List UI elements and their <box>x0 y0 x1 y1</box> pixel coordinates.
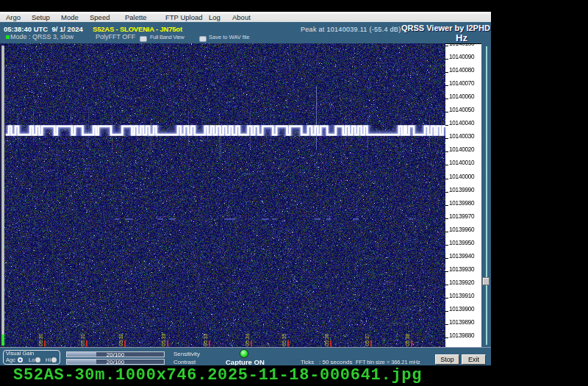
svg-text:05:38: 05:38 <box>405 333 410 346</box>
svg-text:05:30: 05:30 <box>38 333 43 346</box>
svg-text:05:37: 05:37 <box>365 333 370 346</box>
svg-text:05:34: 05:34 <box>245 333 250 346</box>
svg-text:05:33: 05:33 <box>161 333 166 346</box>
svg-text:05:31: 05:31 <box>80 333 85 346</box>
svg-text:05:32: 05:32 <box>118 333 123 346</box>
svg-text:05:33: 05:33 <box>203 333 208 346</box>
svg-text:05:36: 05:36 <box>324 333 329 346</box>
svg-text:05:35: 05:35 <box>282 333 287 346</box>
